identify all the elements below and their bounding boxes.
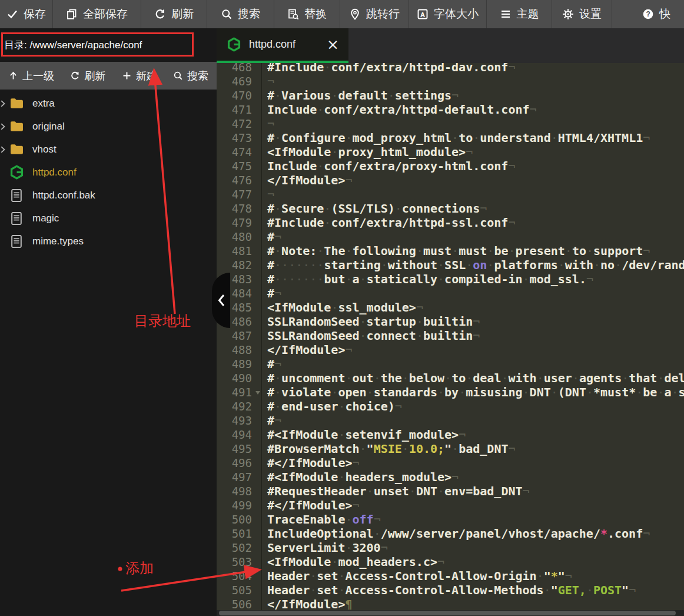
code-line[interactable]: 505Header·set·Access-Control-Allow-Metho… [217, 583, 684, 597]
code-line-text: #¬ [262, 230, 281, 244]
tab-title: httpd.conf [249, 38, 295, 51]
code-line[interactable]: 471Include·conf/extra/httpd-default.conf… [217, 102, 684, 117]
toolbar-refresh-label: 刷新 [171, 6, 194, 22]
tree-item-httpd.conf[interactable]: httpd.conf [0, 161, 217, 184]
sidebar-parent-dir-button[interactable]: 上一级 [8, 69, 54, 83]
sidebar-parent-dir-label: 上一级 [22, 69, 54, 83]
replace-icon [287, 8, 299, 20]
code-line[interactable]: 468#Include·conf/extra/httpd-dav.conf¬ [217, 63, 684, 74]
search-icon [173, 71, 183, 81]
apache-file-logo-icon [227, 37, 241, 52]
tree-item-mime.types[interactable]: mime.types [0, 230, 217, 253]
toolbar-replace-button[interactable]: 替换 [274, 0, 340, 28]
code-line[interactable]: 491#·violate·open·standards·by·misusing·… [217, 385, 684, 399]
directory-path-row[interactable]: 目录: /www/server/apache/conf [0, 28, 217, 62]
line-number: 506 [217, 597, 262, 611]
code-line[interactable]: 474<IfModule·proxy_html_module>¬ [217, 145, 684, 159]
code-line[interactable]: 499#</IfModule>¬ [217, 498, 684, 512]
code-line[interactable]: 495#BrowserMatch·"MSIE·10.0;"·bad_DNT¬ [217, 442, 684, 456]
tree-item-magic[interactable]: magic [0, 207, 217, 230]
line-number: 471 [217, 102, 262, 117]
code-line[interactable]: 483#·······but·a·statically·compiled-in·… [217, 272, 684, 286]
code-line[interactable]: 469¬ [217, 74, 684, 88]
file-icon [9, 188, 24, 203]
code-line[interactable]: 481#·Note:·The·following·must·must·be·pr… [217, 244, 684, 258]
line-ending-mark: ¬ [395, 399, 402, 413]
toolbar-font-size-button[interactable]: A字体大小 [409, 0, 487, 28]
horizontal-scrollbar-thumb[interactable] [219, 611, 676, 615]
tab-httpd-conf[interactable]: httpd.conf × [217, 28, 348, 61]
line-number: 494 [217, 428, 262, 442]
code-line[interactable]: 504Header·set·Access-Control-Allow-Origi… [217, 569, 684, 583]
tree-item-vhost[interactable]: vhost [0, 138, 217, 161]
pin-icon [349, 8, 361, 20]
tree-item-extra[interactable]: extra [0, 92, 217, 115]
line-number: 475 [217, 159, 262, 173]
line-number: 495 [217, 442, 262, 456]
code-line[interactable]: 492#·end-user·choice)¬ [217, 399, 684, 413]
sidebar-collapse-handle[interactable] [212, 273, 230, 328]
code-editor[interactable]: 468#Include·conf/extra/httpd-dav.conf¬46… [217, 63, 684, 616]
line-ending-mark: ¬ [508, 63, 515, 74]
toolbar-settings-button[interactable]: 设置 [552, 0, 612, 28]
menu-icon [500, 8, 512, 20]
code-line[interactable]: 473#·Configure·mod_proxy_html·to·underst… [217, 131, 684, 145]
toolbar-save-button[interactable]: 保存 [0, 0, 53, 28]
fold-caret-icon[interactable] [255, 391, 260, 395]
code-line[interactable]: 506</IfModule>¶ [217, 597, 684, 611]
code-line[interactable]: 487SSLRandomSeed·connect·builtin¬ [217, 329, 684, 343]
code-line[interactable]: 489#¬ [217, 357, 684, 371]
line-ending-mark: ¬ [629, 583, 636, 597]
code-line[interactable]: 490#·uncomment·out·the·below·to·deal·wit… [217, 371, 684, 385]
tree-item-httpd.conf.bak[interactable]: httpd.conf.bak [0, 184, 217, 207]
code-line[interactable]: 494#<IfModule·setenvif_module>¬ [217, 428, 684, 442]
line-number: 472 [217, 117, 262, 131]
toolbar-search-button[interactable]: 搜索 [207, 0, 274, 28]
tree-item-label: mime.types [32, 236, 84, 247]
tree-item-original[interactable]: original [0, 115, 217, 138]
code-line[interactable]: 472¬ [217, 117, 684, 131]
toolbar-save-all-button[interactable]: 全部保存 [53, 0, 141, 28]
line-number: 499 [217, 498, 262, 512]
sidebar-new-label: 新建 [136, 69, 157, 83]
code-line[interactable]: 479#Include·conf/extra/httpd-ssl.conf¬ [217, 216, 684, 230]
toolbar-refresh-button[interactable]: 刷新 [141, 0, 207, 28]
code-line-text: Header·set·Access-Control-Allow-Origin·"… [262, 569, 572, 583]
sidebar-new-button[interactable]: 新建 [122, 69, 157, 83]
code-line[interactable]: 478#·Secure·(SSL/TLS)·connections¬ [217, 201, 684, 216]
toolbar-theme-button[interactable]: 主题 [487, 0, 552, 28]
code-line[interactable]: 486SSLRandomSeed·startup·builtin¬ [217, 314, 684, 329]
code-line[interactable]: 501IncludeOptional·/www/server/panel/vho… [217, 526, 684, 541]
code-line[interactable]: 484#¬ [217, 286, 684, 300]
code-line[interactable]: 502ServerLimit·3200¬ [217, 541, 684, 555]
line-ending-mark: ¬ [274, 357, 281, 371]
line-number: 474 [217, 145, 262, 159]
toolbar-help-button[interactable]: ?快 [612, 0, 684, 28]
code-line[interactable]: 475Include·conf/extra/proxy-html.conf¬ [217, 159, 684, 173]
toolbar-goto-line-button[interactable]: 跳转行 [340, 0, 409, 28]
code-line-text: ¬ [262, 117, 274, 131]
line-number: 489 [217, 357, 262, 371]
top-toolbar: 保存全部保存刷新搜索替换跳转行A字体大小主题设置?快 [0, 0, 684, 28]
code-line[interactable]: 470#·Various·default·settings¬ [217, 88, 684, 102]
tab-close-icon[interactable]: × [327, 37, 339, 52]
code-line[interactable]: 497#<IfModule·headers_module>¬ [217, 470, 684, 484]
file-icon [9, 211, 24, 226]
code-line[interactable]: 488</IfModule>¬ [217, 343, 684, 357]
code-line[interactable]: 482#·······starting·without·SSL·on·platf… [217, 258, 684, 272]
code-line[interactable]: 500TraceEnable·off¬ [217, 512, 684, 526]
toolbar-help-label: 快 [659, 6, 670, 22]
code-line[interactable]: 496#</IfModule>¬ [217, 456, 684, 470]
code-line-text: <IfModule·proxy_html_module>¬ [262, 145, 473, 159]
line-ending-mark: ¬ [381, 541, 388, 555]
sidebar-refresh-button[interactable]: 刷新 [70, 69, 105, 83]
line-ending-mark: ¬ [274, 230, 281, 244]
code-line[interactable]: 476</IfModule>¬ [217, 173, 684, 187]
sidebar-search-button[interactable]: 搜索 [173, 69, 208, 83]
code-line[interactable]: 477¬ [217, 187, 684, 201]
code-line[interactable]: 480#¬ [217, 230, 684, 244]
code-line[interactable]: 498#RequestHeader·unset·DNT·env=bad_DNT¬ [217, 484, 684, 498]
code-line[interactable]: 485<IfModule·ssl_module>¬ [217, 300, 684, 314]
code-line[interactable]: 503<IfModule·mod_headers.c>¬ [217, 555, 684, 569]
code-line[interactable]: 493#¬ [217, 413, 684, 428]
